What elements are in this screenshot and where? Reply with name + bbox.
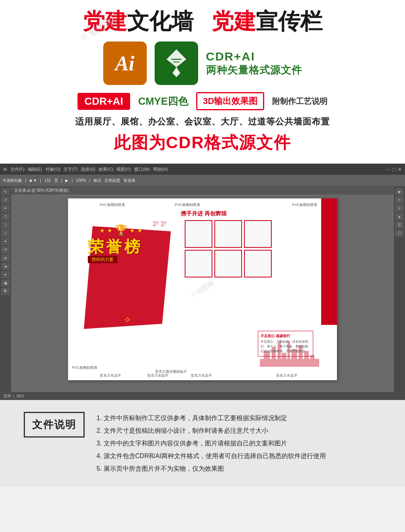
right-tool-2[interactable]: ≡ (395, 196, 404, 204)
tool-filter[interactable]: 首选项 (123, 178, 135, 183)
tool-doc-settings[interactable]: 文档设置 (104, 178, 120, 183)
file-notes: 1. 文件中所标制作工艺仅供参考，具体制作工艺要根据实际情况制定 2. 文件尺寸… (97, 412, 381, 475)
label-acrylic5: 亚克力激光雕刻贴片 (155, 369, 187, 374)
tags-row: CDR+AI CMYE四色 3D输出效果图 附制作工艺说明 (16, 92, 389, 110)
birds-deco: 🕊 🕊 (153, 220, 167, 227)
tool-blend[interactable]: ◈ (1, 263, 10, 270)
tool-line[interactable]: / (1, 221, 10, 228)
right-tool-1[interactable]: ▶ (395, 188, 404, 195)
subtitle: 适用展厅、展馆、办公室、会议室、大厅、过道等公共墙面布置 (16, 116, 389, 128)
main-title: 党建文化墙 党建宣传栏 (16, 8, 389, 34)
tool-zoom-tool[interactable]: 🔍 (1, 288, 10, 295)
tool-rect[interactable]: □ (1, 230, 10, 237)
text-box-body: 不忘初心，方得始终。历史告诉我们，每个人，每个民族，要永远铭记走过的来时路，方能… (261, 340, 310, 354)
label-acrylic1: 亚克力水晶字 (100, 373, 121, 378)
pvc-label-bl: PVC板雕刻喷漆 (72, 365, 97, 370)
red-ribbon-right (321, 198, 337, 325)
cdr-icon (155, 42, 198, 85)
editor-body: ↖ ↗ ✒ T / □ ✦ ↺ ⊞ ◈ ✦ ▣ 🔍 文化墙.ai @ 56% (… (0, 187, 405, 392)
tool-pen[interactable]: ✒ (1, 205, 10, 212)
ai-icon: Ai (103, 42, 147, 85)
editor-section: Ai 文件(F) 编辑(E) 对象(O) 文字(T) 选择(S) 效果(C) 视… (0, 164, 405, 400)
tag-craft: 附制作工艺说明 (272, 96, 327, 107)
software-desc-line1: CDR+AI (206, 50, 255, 63)
tool-scale[interactable]: ⊞ (1, 255, 10, 262)
photo-cell-1 (185, 220, 212, 248)
canvas-area: 文化墙.ai @ 56% (CMYK/预览) © 创图网 PVC板雕刻喷漆 PV… (11, 187, 394, 392)
pvc-label-tr: PVC板雕刻喷漆 (292, 202, 317, 208)
menu-object[interactable]: 对象(O) (45, 166, 61, 172)
file-note-2: 2. 文件尺寸是投稿比例缩小设计，制作时请务必注意尺寸大小 (97, 424, 381, 437)
text-box-title: 不忘初心 砥砺前行 (261, 334, 310, 339)
photo-grid-area (185, 220, 272, 277)
tool-zoom[interactable]: 100% (76, 178, 86, 183)
star-left: ★ (100, 227, 105, 234)
restore-icon[interactable]: □ (392, 166, 396, 172)
top-section: © 创图网 党建文化墙 党建宣传栏 Ai CDR+AI 两种矢量格式源文件 (0, 0, 405, 164)
software-row: Ai CDR+AI 两种矢量格式源文件 (16, 42, 389, 85)
software-desc: CDR+AI 两种矢量格式源文件 (206, 50, 302, 77)
right-tool-4[interactable]: ▲ (395, 213, 404, 220)
label-acrylic4: 亚克力水晶字 (276, 373, 297, 378)
right-tool-6[interactable]: ☐ (395, 230, 404, 237)
menu-effect[interactable]: 效果(C) (98, 166, 113, 172)
label-acrylic3: 亚克力水晶字 (191, 373, 212, 378)
close-icon[interactable]: ✕ (397, 166, 402, 172)
menu-edit[interactable]: 编辑(E) (28, 166, 42, 172)
status-sep: | (11, 394, 17, 398)
tool-direct[interactable]: ↗ (1, 196, 10, 204)
title-part1-black: 文化墙 (127, 9, 193, 34)
title-part1-red: 党建 (83, 9, 127, 34)
honor-subtitle: 榜样的力量 (88, 256, 117, 263)
tool-sep1: | (25, 178, 26, 183)
slogan-text: 携手并进 再创辉煌 (181, 210, 227, 217)
menu-view[interactable]: 视图(V) (116, 166, 131, 172)
menu-file[interactable]: 文件(F) (10, 166, 25, 172)
tool-sep3: | (61, 178, 62, 183)
big-red-text: 此图为CDR格式源文件 (16, 132, 389, 154)
cdr-svg (159, 45, 194, 81)
svg-rect-15 (310, 355, 314, 367)
photo-cell-4 (185, 250, 212, 277)
tool-move[interactable]: ■ ▼ (30, 178, 37, 183)
tool-rotate[interactable]: ↺ (1, 246, 10, 253)
star-right: ★ (130, 227, 135, 234)
tool-brush[interactable]: ✦ (1, 238, 10, 245)
right-tools-panel: ▶ ≡ ≡ ▲ ☰ ☐ (394, 187, 405, 392)
tool-sep2: | (40, 178, 41, 183)
minimize-icon[interactable]: ─ (387, 166, 390, 172)
tool-type[interactable]: T (1, 213, 10, 220)
star-right2: ★ (137, 227, 142, 234)
ai-menu-icon: Ai (3, 167, 7, 172)
title-part2-black: 宣传栏 (256, 9, 322, 34)
right-tool-3[interactable]: ≡ (395, 205, 404, 212)
tag-cmye: CMYE四色 (138, 94, 188, 108)
honor-board-left: ★ ★ 🏆 ★ ★ 荣誉榜 榜样的力量 🕊 🕊 (76, 218, 179, 333)
tool-size[interactable]: 131 (44, 178, 51, 183)
editor-statusbar: 选择 | 56% (0, 392, 405, 400)
file-note-4: 4. 源文件包含CDR和AI两种文件格式，使用者可自行选择自己熟悉的软件进行使用 (97, 450, 381, 462)
canvas-tab[interactable]: 文化墙.ai @ 56% (CMYK/预览) (11, 187, 394, 194)
menu-help[interactable]: 帮助(H) (153, 166, 168, 172)
photo-cell-2 (214, 220, 242, 248)
menu-text[interactable]: 文字(T) (63, 166, 78, 172)
tool-link[interactable]: ▶ (65, 178, 68, 183)
photo-cell-6 (244, 250, 272, 277)
tool-fill[interactable]: ▣ (1, 279, 10, 287)
tool-arrow[interactable]: ↖ (1, 188, 10, 195)
tool-eyedrop[interactable]: ✦ (1, 271, 10, 278)
file-label-box: 文件说明 (24, 412, 85, 438)
tool-select[interactable]: 卡选框对象 (2, 178, 22, 183)
right-tool-5[interactable]: ☰ (395, 221, 404, 228)
window-controls: ─ □ ✕ (387, 166, 402, 172)
tool-w[interactable]: 宽 (54, 178, 58, 183)
left-tools-panel: ↖ ↗ ✒ T / □ ✦ ↺ ⊞ ◈ ✦ ▣ 🔍 (0, 187, 11, 392)
tool-format[interactable]: 格式 (93, 178, 101, 183)
menu-window[interactable]: 窗口(W) (134, 166, 150, 172)
star-left2: ★ (107, 227, 112, 234)
tag-cdr-ai: CDR+AI (78, 93, 131, 110)
menu-select[interactable]: 选择(S) (81, 166, 95, 172)
pvc-label-tc: PVC板雕刻喷漆 (175, 202, 200, 208)
honor-title: 荣誉榜 (88, 236, 142, 258)
editor-toolbar: 卡选框对象 | ■ ▼ | 131 宽 | ▶ | 100% | 格式 文档设置… (0, 175, 405, 187)
